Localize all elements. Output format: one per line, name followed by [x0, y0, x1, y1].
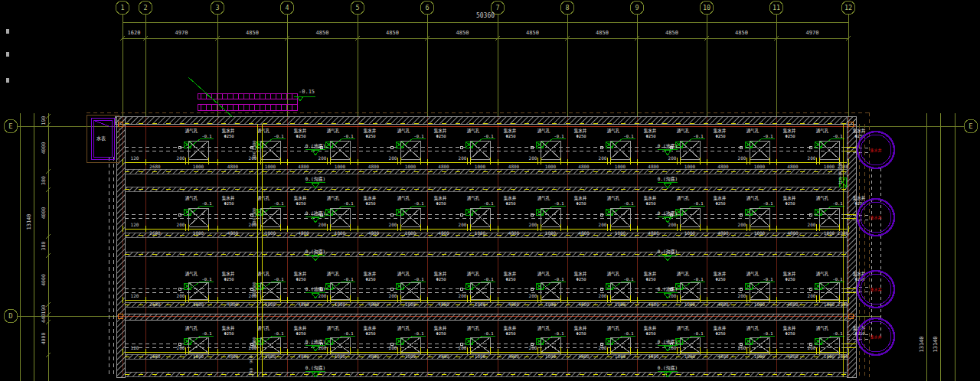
svg-text:200: 200 [318, 293, 327, 298]
channel-row-4: 120通气孔集水井-0.1Φ250200100026804800通气孔集水井-0… [122, 325, 866, 359]
svg-text:Φ250: Φ250 [296, 201, 305, 206]
svg-text:通气孔: 通气孔 [607, 325, 620, 331]
svg-text:Φ250: Φ250 [224, 277, 234, 282]
sump-unit: 通气孔集水井-0.1Φ25020010004800 [459, 325, 520, 359]
svg-text:4800: 4800 [298, 301, 309, 307]
svg-text:3: 3 [215, 4, 219, 11]
svg-text:集水井: 集水井 [853, 195, 866, 201]
svg-text:4: 4 [285, 4, 289, 11]
svg-text:集水井: 集水井 [574, 128, 587, 134]
svg-text:1380: 1380 [252, 207, 256, 217]
svg-text:1000: 1000 [265, 230, 276, 236]
svg-text:1000: 1000 [615, 301, 626, 307]
svg-text:4800: 4800 [648, 353, 659, 359]
svg-text:200: 200 [459, 222, 467, 227]
sump-unit: 通气孔集水井-0.1Φ25020010002380 [808, 325, 866, 359]
svg-text:1000: 1000 [615, 230, 626, 236]
svg-text:通气孔: 通气孔 [397, 195, 410, 201]
svg-text:1000: 1000 [475, 230, 486, 236]
svg-text:0.(沟底): 0.(沟底) [305, 176, 325, 182]
svg-text:4800: 4800 [787, 301, 799, 307]
svg-text:集水井: 集水井 [783, 271, 796, 277]
svg-text:380: 380 [252, 218, 256, 226]
svg-text:4800: 4800 [227, 353, 239, 359]
svg-text:Φ250: Φ250 [365, 277, 375, 282]
svg-text:0.(池底): 0.(池底) [658, 286, 678, 292]
svg-text:200: 200 [177, 293, 185, 298]
svg-text:4850: 4850 [735, 30, 748, 36]
svg-text:4800: 4800 [648, 164, 659, 169]
sump-unit: 通气孔集水井-0.1Φ25020010004800 [529, 325, 590, 359]
svg-text:1000: 1000 [193, 164, 204, 169]
svg-text:200: 200 [177, 155, 185, 161]
entrance-ramp [188, 77, 315, 117]
svg-text:通气孔: 通气孔 [607, 128, 620, 134]
svg-text:集水井: 集水井 [434, 271, 447, 277]
svg-text:Φ250: Φ250 [505, 277, 515, 282]
svg-text:集水井: 集水井 [364, 128, 377, 134]
svg-text:通气孔: 通气孔 [327, 128, 340, 134]
svg-text:4800: 4800 [717, 301, 729, 307]
svg-text:1000: 1000 [545, 164, 557, 169]
svg-text:13140: 13140 [26, 213, 32, 230]
svg-text:200: 200 [529, 155, 537, 161]
svg-text:960: 960 [249, 356, 253, 363]
svg-text:1000: 1000 [335, 301, 346, 307]
svg-text:1000: 1000 [545, 353, 557, 359]
svg-text:Φ250: Φ250 [854, 331, 864, 336]
svg-text:1: 1 [120, 4, 124, 11]
svg-text:200: 200 [389, 155, 397, 161]
svg-text:-0.1: -0.1 [483, 277, 493, 282]
svg-text:-0.1: -0.1 [413, 331, 423, 336]
sump-unit: 通气孔集水井-0.1Φ25020010004800 [459, 271, 520, 307]
svg-text:通气孔: 通气孔 [467, 271, 480, 277]
svg-text:通气孔: 通气孔 [816, 325, 829, 331]
svg-text:通气孔: 通气孔 [257, 325, 270, 331]
svg-text:通气孔: 通气孔 [746, 325, 760, 331]
svg-text:200: 200 [318, 222, 327, 227]
svg-text:4850: 4850 [386, 30, 399, 36]
svg-text:200: 200 [177, 345, 185, 350]
svg-text:-0.1: -0.1 [554, 201, 564, 206]
svg-text:1000: 1000 [754, 230, 766, 236]
svg-text:1000: 1000 [405, 353, 416, 359]
svg-text:通气孔: 通气孔 [397, 128, 410, 134]
svg-text:-0.1: -0.1 [273, 134, 283, 138]
svg-text:4800: 4800 [717, 230, 729, 236]
water-meter-room-label: 水表 [96, 135, 106, 142]
svg-text:集水井: 集水井 [364, 325, 377, 331]
svg-text:通气孔: 通气孔 [257, 195, 270, 201]
svg-text:4800: 4800 [578, 353, 590, 359]
svg-text:6: 6 [425, 4, 429, 11]
inspection-well: 集水井 [858, 199, 894, 236]
svg-text:4800: 4800 [438, 353, 449, 359]
svg-text:11: 11 [773, 4, 780, 11]
svg-text:4800: 4800 [787, 353, 799, 359]
svg-text:Φ250: Φ250 [715, 201, 725, 206]
svg-text:200: 200 [529, 293, 537, 298]
svg-text:200: 200 [738, 155, 746, 161]
svg-text:4800: 4800 [787, 164, 799, 169]
svg-text:4800: 4800 [438, 301, 449, 307]
svg-text:集水井: 集水井 [644, 325, 657, 331]
svg-text:4850: 4850 [526, 30, 539, 36]
svg-text:Φ250: Φ250 [224, 134, 234, 138]
svg-text:9: 9 [635, 4, 639, 11]
svg-text:12: 12 [844, 4, 852, 11]
svg-text:集水井: 集水井 [714, 195, 727, 201]
svg-text:-0.1: -0.1 [763, 201, 773, 206]
svg-text:200: 200 [389, 293, 397, 298]
svg-text:2680: 2680 [149, 164, 161, 169]
svg-text:Φ250: Φ250 [224, 331, 234, 336]
svg-text:Φ250: Φ250 [576, 331, 586, 336]
svg-text:集水井: 集水井 [853, 128, 866, 134]
svg-text:4800: 4800 [508, 164, 520, 169]
svg-text:Φ250: Φ250 [645, 201, 655, 206]
sump-unit: 通气孔集水井-0.1Φ25020010004800 [318, 195, 380, 236]
sump-unit: 通气孔集水井-0.1Φ25020010004800 [599, 325, 660, 359]
svg-text:4970: 4970 [806, 30, 819, 36]
svg-text:200: 200 [599, 345, 607, 350]
svg-text:通气孔: 通气孔 [816, 195, 829, 201]
svg-text:13140: 13140 [919, 336, 925, 352]
svg-text:Φ250: Φ250 [505, 134, 515, 138]
